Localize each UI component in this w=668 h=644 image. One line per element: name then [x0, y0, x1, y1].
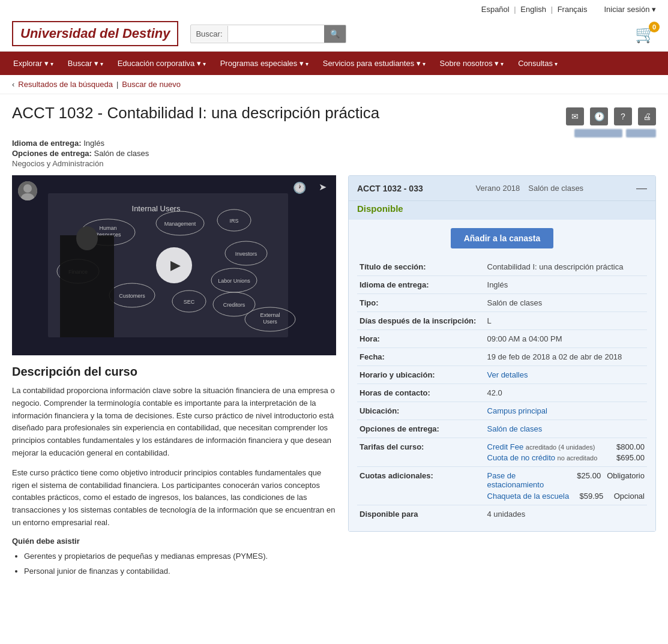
- panel-delivery: Salón de clases: [528, 184, 583, 193]
- ubicacion-value-link[interactable]: Campus principal: [487, 406, 547, 415]
- horas-label: Horas de contacto:: [357, 384, 485, 402]
- panel-collapse-button[interactable]: —: [636, 182, 647, 194]
- svg-text:Users: Users: [263, 319, 277, 325]
- noncredit-fee-amount: $695.00: [616, 453, 645, 462]
- help-icon[interactable]: ?: [614, 107, 632, 125]
- nav-educacion-corporativa[interactable]: Educación corporativa ▾: [110, 52, 213, 75]
- lang-english[interactable]: English: [520, 5, 546, 14]
- parking-type: Obligatorio: [607, 471, 645, 480]
- panel-header: ACCT 1032 - 033 Verano 2018 Salón de cla…: [349, 176, 655, 201]
- fecha-label: Fecha:: [357, 348, 485, 366]
- print-icon[interactable]: 🖨: [638, 107, 656, 125]
- video-clock-icon[interactable]: 🕐: [293, 181, 306, 194]
- logo: Universidad del Destiny: [12, 21, 178, 46]
- svg-text:SEC: SEC: [184, 299, 195, 305]
- search-input[interactable]: [228, 26, 324, 42]
- action-icons: ✉ 🕐 ? 🖨: [566, 107, 656, 125]
- page-content: ACCT 1032 - Contabilidad I: una descripc…: [0, 94, 668, 589]
- course-section-panel: ACCT 1032 - 033 Verano 2018 Salón de cla…: [348, 175, 656, 532]
- noncredit-fee-item: Cuota de no crédito no acreditado $695.0…: [487, 453, 645, 462]
- jacket-price: $59.95: [580, 492, 604, 501]
- idioma-value: Inglés: [485, 276, 647, 294]
- section-info-table: Título de sección: Contabilidad I: una d…: [357, 258, 647, 523]
- noncredit-fee-note: no acreditado: [558, 454, 598, 462]
- email-icon[interactable]: ✉: [566, 107, 584, 125]
- parking-label: Pase de estacionamiento: [487, 471, 571, 489]
- search-button[interactable]: 🔍: [324, 25, 346, 43]
- credit-fee-note: acreditado (4 unidades): [526, 444, 595, 451]
- nav-buscar[interactable]: Buscar ▾: [61, 52, 110, 75]
- hora-value: 09:00 AM a 04:00 PM: [485, 330, 647, 348]
- bullet-item-1: Gerentes y propietarios de pequeñas y me…: [24, 549, 336, 563]
- svg-text:Human: Human: [99, 225, 116, 231]
- table-row-hora: Hora: 09:00 AM a 04:00 PM: [357, 330, 647, 348]
- tipo-label: Tipo:: [357, 294, 485, 312]
- panel-body: Añadir a la canasta Título de sección: C…: [349, 220, 655, 531]
- credit-fee-amount: $800.00: [616, 442, 645, 451]
- table-row-horario: Horario y ubicación: Ver detalles: [357, 366, 647, 384]
- table-row-fecha: Fecha: 19 de feb de 2018 a 02 de abr de …: [357, 348, 647, 366]
- back-icon: ‹: [12, 80, 14, 89]
- nav-explorar[interactable]: Explorar ▾: [6, 52, 61, 75]
- table-row-idioma: Idioma de entrega: Inglés: [357, 276, 647, 294]
- course-category: Negocios y Administración: [12, 159, 656, 168]
- nav-servicios-estudiantes[interactable]: Servicios para estudiantes ▾: [316, 52, 433, 75]
- noncredit-fee-label: Cuota de no crédito: [487, 453, 555, 462]
- clock-icon[interactable]: 🕐: [590, 107, 608, 125]
- page-title-area: ACCT 1032 - Contabilidad I: una descripc…: [12, 104, 656, 125]
- panel-meta: Verano 2018 Salón de clases: [476, 184, 584, 193]
- table-row-titulo: Título de sección: Contabilidad I: una d…: [357, 258, 647, 276]
- parking-fee-row: Pase de estacionamiento $25.00 Obligator…: [487, 471, 645, 489]
- svg-point-26: [76, 226, 98, 250]
- who-should-attend-title: Quién debe asistir: [12, 537, 336, 546]
- course-video[interactable]: Internal Users Human Resources Managemen…: [12, 175, 336, 355]
- cart-button[interactable]: 🛒 0: [635, 24, 656, 44]
- hora-label: Hora:: [357, 330, 485, 348]
- panel-course-id: ACCT 1032 - 033: [357, 184, 423, 193]
- course-description-para1: La contabilidad proporciona información …: [12, 385, 336, 460]
- delivery-language-meta: Idioma de entrega: Inglés: [12, 139, 656, 148]
- lang-espanol[interactable]: Español: [481, 5, 510, 14]
- nav-consultas[interactable]: Consultas: [511, 52, 565, 75]
- table-row-opciones: Opciones de entrega: Salón de clases: [357, 420, 647, 438]
- table-row-tarifas: Tarifas del curso: Credit Fee acreditado…: [357, 438, 647, 467]
- video-avatar: [18, 181, 37, 200]
- ubicacion-label: Ubicación:: [357, 402, 485, 420]
- top-bar: Español | English | Français Iniciar ses…: [0, 0, 668, 16]
- login-button[interactable]: Iniciar sesión: [604, 5, 657, 14]
- main-layout: Internal Users Human Resources Managemen…: [12, 175, 656, 580]
- parking-price: $25.00: [577, 471, 601, 480]
- opciones-label: Opciones de entrega:: [357, 420, 485, 438]
- credit-fee-label: Credit Fee: [487, 442, 524, 451]
- table-row-disponible: Disponible para 4 unidades: [357, 505, 647, 523]
- course-description-title: Descripción del curso: [12, 365, 336, 379]
- nav-sobre-nosotros[interactable]: Sobre nosotros ▾: [433, 52, 511, 75]
- svg-point-28: [23, 184, 32, 193]
- lang-francais[interactable]: Français: [558, 5, 588, 14]
- table-row-dias: Días después de la inscripción: L: [357, 312, 647, 330]
- table-row-horas: Horas de contacto: 42.0: [357, 384, 647, 402]
- breadcrumb-new-search[interactable]: Buscar de nuevo: [122, 80, 181, 89]
- nav-bar: Explorar ▾ Buscar ▾ Educación corporativ…: [0, 52, 668, 75]
- svg-rect-25: [60, 235, 114, 337]
- jacket-label: Chaqueta de la escuela: [487, 492, 570, 501]
- video-share-icon[interactable]: ➤: [319, 181, 326, 193]
- table-row-cuotas: Cuotas adicionales: Pase de estacionamie…: [357, 467, 647, 505]
- dias-label: Días después de la inscripción:: [357, 312, 485, 330]
- video-play-button[interactable]: [156, 247, 192, 283]
- fee-list: Credit Fee acreditado (4 unidades) $800.…: [487, 442, 645, 462]
- nav-programas-especiales[interactable]: Programas especiales ▾: [213, 52, 316, 75]
- table-row-tipo: Tipo: Salón de clases: [357, 294, 647, 312]
- tipo-value: Salón de clases: [485, 294, 647, 312]
- search-label: Buscar:: [191, 26, 227, 42]
- breadcrumb: ‹ Resultados de la búsqueda | Buscar de …: [0, 75, 668, 94]
- opciones-value-link[interactable]: Salón de clases: [487, 424, 543, 433]
- horario-label: Horario y ubicación:: [357, 366, 485, 384]
- cuotas-label: Cuotas adicionales:: [357, 467, 485, 505]
- breadcrumb-search-results[interactable]: Resultados de la búsqueda: [18, 80, 113, 89]
- cart-badge: 0: [649, 22, 660, 32]
- header: Universidad del Destiny Buscar: 🔍 🛒 0: [0, 16, 668, 52]
- horario-value-link[interactable]: Ver detalles: [487, 370, 528, 379]
- bullet-item-2: Personal junior de finanzas y contabilid…: [24, 564, 336, 578]
- add-to-cart-button[interactable]: Añadir a la canasta: [451, 228, 554, 248]
